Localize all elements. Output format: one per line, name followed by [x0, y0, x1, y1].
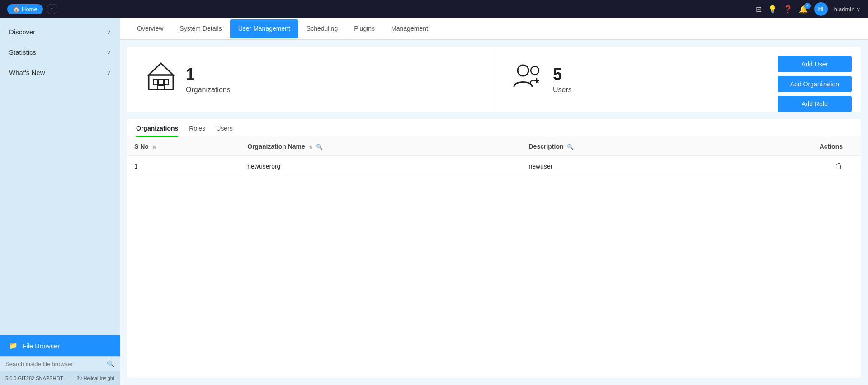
helical-logo: Ⓗ Helical Insight: [77, 375, 114, 381]
sub-tab-roles[interactable]: Roles: [189, 125, 205, 137]
organizations-label: Organizations: [186, 86, 231, 94]
svg-rect-0: [149, 75, 173, 89]
sidebar: Discover ∨ Statistics ∨ What's New ∨ 📁 F…: [0, 18, 120, 385]
add-role-button[interactable]: Add Role: [778, 96, 852, 112]
sidebar-bottom: 📁 File Browser 🔍 5.0.0.GIT282 SNAPSHOT Ⓗ…: [0, 335, 120, 385]
file-browser-button[interactable]: 📁 File Browser: [0, 335, 120, 356]
cell-sno: 1: [127, 156, 240, 177]
lightbulb-icon[interactable]: 💡: [768, 5, 777, 14]
svg-point-7: [518, 65, 528, 76]
main-layout: Discover ∨ Statistics ∨ What's New ∨ 📁 F…: [0, 18, 868, 385]
svg-rect-3: [164, 80, 169, 84]
file-browser-search-row: 🔍: [0, 356, 120, 371]
add-organization-button[interactable]: Add Organization: [778, 76, 852, 92]
tab-overview[interactable]: Overview: [129, 19, 171, 38]
stats-section: 1 Organizations 5 Us: [127, 47, 861, 112]
organizations-table-container: S No ⇅ Organization Name ⇅ 🔍 Description…: [127, 137, 861, 378]
col-organization-name: Organization Name ⇅ 🔍: [240, 137, 521, 156]
users-info: 5 Users: [553, 65, 572, 94]
col-actions: Actions: [708, 137, 861, 156]
sidebar-item-discover[interactable]: Discover ∨: [0, 22, 120, 42]
sidebar-item-whats-new[interactable]: What's New ∨: [0, 62, 120, 83]
search-inside-file-browser-input[interactable]: [5, 361, 107, 367]
svg-rect-2: [159, 80, 163, 84]
tab-system-details[interactable]: System Details: [171, 19, 230, 38]
organizations-table: S No ⇅ Organization Name ⇅ 🔍 Description…: [127, 137, 861, 177]
cell-description: newuser: [522, 156, 709, 177]
cell-name: newuserorg: [240, 156, 521, 177]
tab-management[interactable]: Management: [383, 19, 436, 38]
users-icon: [512, 61, 544, 99]
sidebar-item-statistics[interactable]: Statistics ∨: [0, 42, 120, 62]
svg-rect-1: [153, 80, 158, 84]
helical-icon: Ⓗ: [77, 375, 82, 381]
col-description: Description 🔍: [522, 137, 709, 156]
users-label: Users: [553, 86, 572, 94]
user-initials: HI: [818, 6, 824, 12]
version-text: 5.0.0.GIT282 SNAPSHOT: [5, 376, 63, 381]
topbar: 🏠 Home › ⊞ 💡 ❓ 🔔 5 HI hiadmin ∨: [0, 0, 868, 18]
chevron-right-icon: ›: [51, 6, 53, 12]
stat-card-organizations: 1 Organizations: [127, 47, 494, 112]
whats-new-label: What's New: [9, 69, 45, 76]
main-tab-bar: Overview System Details User Management …: [120, 18, 868, 40]
svg-marker-4: [149, 63, 173, 75]
grid-icon[interactable]: ⊞: [756, 5, 762, 14]
search-name-icon[interactable]: 🔍: [316, 144, 323, 150]
bell-icon[interactable]: 🔔 5: [799, 5, 808, 14]
table-row: 1 newuserorg newuser 🗑: [127, 156, 861, 177]
statistics-label: Statistics: [9, 48, 36, 56]
search-icon[interactable]: 🔍: [107, 360, 114, 367]
organizations-info: 1 Organizations: [186, 65, 231, 94]
table-header-row: S No ⇅ Organization Name ⇅ 🔍 Description…: [127, 137, 861, 156]
search-description-icon[interactable]: 🔍: [567, 144, 574, 150]
folder-icon: 📁: [9, 342, 18, 350]
table-header: S No ⇅ Organization Name ⇅ 🔍 Description…: [127, 137, 861, 156]
user-avatar[interactable]: HI: [814, 2, 828, 16]
helical-label: Helical Insight: [84, 376, 114, 381]
version-bar: 5.0.0.GIT282 SNAPSHOT Ⓗ Helical Insight: [0, 371, 120, 385]
file-browser-label: File Browser: [22, 342, 60, 350]
tab-scheduling[interactable]: Scheduling: [298, 19, 346, 38]
topbar-right: ⊞ 💡 ❓ 🔔 5 HI hiadmin ∨: [756, 2, 861, 16]
sub-tab-users[interactable]: Users: [216, 125, 233, 137]
users-count: 5: [553, 65, 572, 84]
chevron-down-icon: ∨: [107, 29, 111, 35]
svg-point-8: [531, 66, 539, 75]
sidebar-nav: Discover ∨ Statistics ∨ What's New ∨: [0, 18, 120, 335]
home-icon: 🏠: [13, 6, 20, 13]
tab-plugins[interactable]: Plugins: [346, 19, 383, 38]
col-sno: S No ⇅: [127, 137, 240, 156]
sort-icon-name[interactable]: ⇅: [309, 145, 312, 150]
add-user-button[interactable]: Add User: [778, 56, 852, 72]
discover-label: Discover: [9, 28, 35, 36]
sort-icon-sno[interactable]: ⇅: [152, 145, 156, 150]
home-button[interactable]: 🏠 Home: [7, 4, 43, 14]
sub-tab-organizations[interactable]: Organizations: [136, 125, 178, 137]
topbar-left: 🏠 Home ›: [7, 4, 57, 14]
chevron-down-icon: ∨: [107, 70, 111, 76]
organizations-icon: [145, 61, 177, 99]
organizations-count: 1: [186, 65, 231, 84]
chevron-down-icon: ∨: [107, 49, 111, 56]
content-area: Overview System Details User Management …: [120, 18, 868, 385]
delete-row-button[interactable]: 🗑: [835, 162, 843, 170]
action-buttons: Add User Add Organization Add Role: [778, 56, 852, 112]
table-body: 1 newuserorg newuser 🗑: [127, 156, 861, 177]
tab-user-management[interactable]: User Management: [230, 19, 298, 38]
cell-actions: 🗑: [708, 156, 861, 177]
help-icon[interactable]: ❓: [783, 5, 793, 14]
notification-badge: 5: [804, 3, 811, 9]
home-label: Home: [22, 6, 38, 13]
user-name[interactable]: hiadmin ∨: [834, 6, 861, 13]
sub-tab-bar: Organizations Roles Users: [127, 119, 861, 137]
expand-sidebar-button[interactable]: ›: [47, 4, 57, 14]
